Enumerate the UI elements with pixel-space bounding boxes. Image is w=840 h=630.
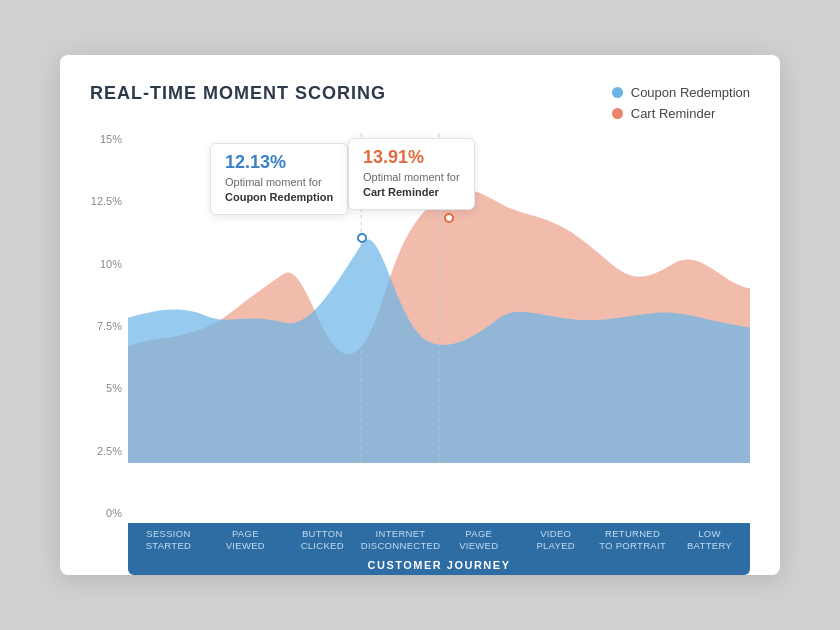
y-label-15: 15% (100, 133, 122, 145)
x-label-internet: INTERNETDISCONNECTED (361, 528, 441, 553)
coupon-label: Coupon Redemption (631, 85, 750, 100)
y-label-125: 12.5% (91, 195, 122, 207)
y-label-10: 10% (100, 258, 122, 270)
x-label-battery: LOWBATTERY (687, 528, 732, 553)
chart-title: REAL-TIME MOMENT SCORING (90, 83, 386, 104)
y-axis: 15% 12.5% 10% 7.5% 5% 2.5% 0% (90, 133, 128, 519)
y-label-25: 2.5% (97, 445, 122, 457)
x-label-video: VIDEOPLAYED (536, 528, 575, 553)
x-bottom-label: CUSTOMER JOURNEY (128, 559, 750, 571)
y-label-75: 7.5% (97, 320, 122, 332)
x-axis: SESSIONSTARTED PAGEVIEWED BUTTONCLICKED … (128, 523, 750, 575)
legend-coupon: Coupon Redemption (612, 85, 750, 100)
x-label-button: BUTTONCLICKED (301, 528, 344, 553)
x-label-portrait: RETURNEDTO PORTRAIT (599, 528, 666, 553)
y-label-5: 5% (106, 382, 122, 394)
main-card: REAL-TIME MOMENT SCORING Coupon Redempti… (60, 55, 780, 575)
x-label-page1: PAGEVIEWED (226, 528, 265, 553)
cart-label: Cart Reminder (631, 106, 716, 121)
legend-cart: Cart Reminder (612, 106, 750, 121)
cart-dot (612, 108, 623, 119)
legend: Coupon Redemption Cart Reminder (612, 85, 750, 121)
x-label-session: SESSIONSTARTED (146, 528, 192, 553)
coupon-dot (612, 87, 623, 98)
chart-svg (128, 133, 750, 463)
chart-area: 15% 12.5% 10% 7.5% 5% 2.5% 0% (90, 133, 750, 575)
cart-peak-dot (444, 213, 454, 223)
y-label-0: 0% (106, 507, 122, 519)
card-header: REAL-TIME MOMENT SCORING Coupon Redempti… (90, 83, 750, 121)
x-label-page2: PAGEVIEWED (459, 528, 498, 553)
coupon-peak-dot (357, 233, 367, 243)
